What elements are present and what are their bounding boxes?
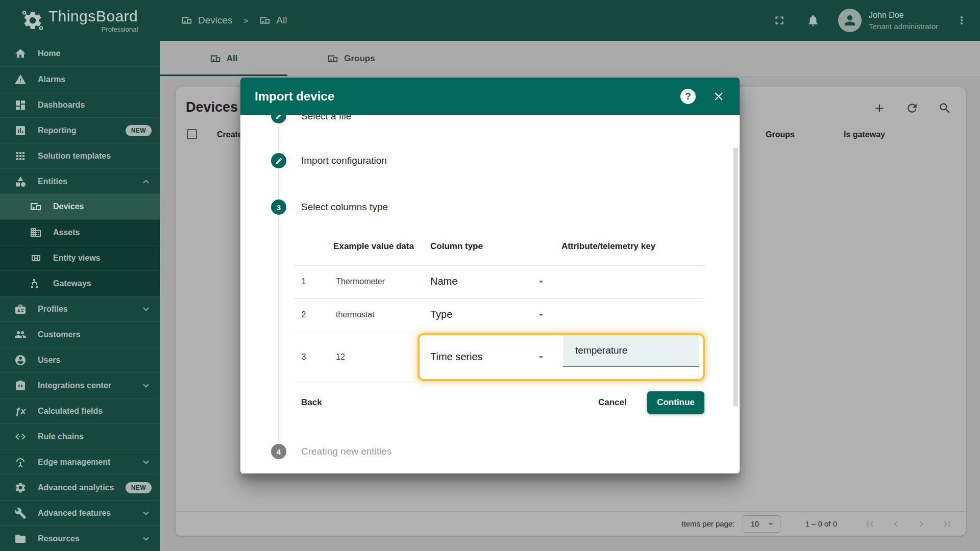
reporting-icon	[14, 124, 27, 137]
dropdown-arrow-icon[interactable]	[535, 352, 547, 363]
sidebar-item-rule-chains[interactable]: Rule chains	[0, 423, 160, 449]
sidebar-item-resources[interactable]: Resources	[0, 525, 160, 551]
resources-icon	[14, 533, 27, 545]
example-value: thermostat	[336, 310, 375, 319]
row-divider	[294, 332, 705, 332]
entities-icon	[14, 176, 27, 188]
chevron-down-icon	[140, 380, 152, 391]
chevron-down-icon	[140, 508, 152, 519]
row-divider	[294, 265, 705, 266]
page-size-select[interactable]: 10	[743, 515, 780, 533]
page-range-label: 1 – 0 of 0	[805, 519, 837, 528]
breadcrumb-devices[interactable]: Devices	[181, 15, 233, 26]
next-page-icon[interactable]	[916, 518, 927, 530]
sidebar-item-advanced-features[interactable]: Advanced features	[0, 500, 160, 525]
chevron-up-icon	[140, 176, 152, 187]
home-icon	[14, 47, 27, 60]
sidebar-item-gateways[interactable]: Gateways	[0, 270, 160, 296]
column-header-column-type: Column type	[430, 241, 483, 252]
sidebar-item-assets[interactable]: Assets	[0, 219, 160, 245]
dropdown-arrow-icon[interactable]	[535, 276, 547, 287]
dropdown-arrow-icon	[766, 519, 776, 529]
sidebar-item-reporting[interactable]: Reporting NEW	[0, 117, 160, 143]
column-header-attribute-key: Attribute/telemetry key	[561, 241, 655, 252]
telemetry-key-input[interactable]	[563, 335, 699, 367]
step4-circle: 4	[271, 444, 286, 459]
add-device-icon[interactable]	[873, 102, 886, 115]
sidebar-item-advanced-analytics[interactable]: Advanced analytics NEW	[0, 474, 160, 500]
users-icon	[14, 354, 27, 366]
column-header-groups[interactable]: Groups	[766, 130, 795, 139]
sidebar-item-entities[interactable]: Entities	[0, 168, 160, 194]
step3-label: Select columns type	[301, 202, 388, 213]
items-per-page-label: Items per page:	[681, 519, 734, 528]
dialog-scrollbar[interactable]	[733, 148, 738, 406]
sidebar-item-integrations-center[interactable]: Integrations center	[0, 372, 160, 398]
edge-management-icon	[14, 456, 27, 468]
tab-all-label: All	[227, 54, 238, 64]
thingsboard-logo[interactable]: ThingsBoard Professional	[0, 0, 160, 41]
assets-icon	[30, 227, 42, 239]
sidebar-item-entity-views[interactable]: Entity views	[0, 245, 160, 270]
sidebar-item-alarms[interactable]: Alarms	[0, 66, 160, 92]
search-icon[interactable]	[938, 102, 951, 115]
user-avatar[interactable]	[838, 9, 862, 32]
select-all-checkbox[interactable]	[187, 129, 197, 139]
tab-all[interactable]: All	[160, 41, 287, 76]
user-name: John Doe	[869, 11, 938, 20]
device-icon	[327, 53, 338, 64]
cancel-button[interactable]: Cancel	[592, 392, 633, 413]
last-page-icon[interactable]	[941, 518, 952, 530]
gear-logo-icon	[22, 10, 43, 31]
sidebar-item-users[interactable]: Users	[0, 347, 160, 372]
sidebar-item-dashboards[interactable]: Dashboards	[0, 92, 160, 117]
help-icon[interactable]: ?	[680, 89, 696, 104]
refresh-icon[interactable]	[905, 102, 919, 115]
logo-title: ThingsBoard	[48, 9, 138, 24]
previous-page-icon[interactable]	[890, 518, 901, 530]
new-badge: NEW	[126, 125, 152, 136]
new-badge: NEW	[126, 482, 152, 493]
breadcrumb-all[interactable]: All	[259, 15, 287, 26]
step4-label: Creating new entities	[301, 446, 391, 457]
dashboards-icon	[14, 99, 27, 111]
sidebar-item-profiles[interactable]: Profiles	[0, 296, 160, 321]
advanced-analytics-icon	[14, 482, 27, 494]
sidebar-item-customers[interactable]: Customers	[0, 321, 160, 347]
device-icon	[259, 15, 271, 26]
stepper-connector	[278, 217, 279, 442]
tab-groups[interactable]: Groups	[287, 41, 415, 76]
rule-chains-icon	[14, 431, 27, 443]
advanced-features-icon	[14, 507, 27, 519]
breadcrumb-devices-label: Devices	[198, 15, 233, 26]
tab-groups-label: Groups	[344, 54, 375, 64]
table-pagination: Items per page: 10 1 – 0 of 0	[176, 511, 966, 536]
notifications-bell-icon[interactable]	[806, 14, 820, 27]
row-divider	[294, 382, 705, 382]
column-type-select-2[interactable]: Type	[430, 309, 452, 320]
more-menu-icon[interactable]	[955, 14, 968, 27]
step2-circle	[271, 153, 286, 168]
sidebar-nav: Home Alarms Dashboards Reporting NEW Sol…	[0, 41, 160, 551]
dialog-body: Select a file Import configuration 3 Sel…	[240, 115, 740, 473]
close-icon[interactable]	[712, 90, 725, 103]
continue-button[interactable]: Continue	[647, 391, 704, 414]
fullscreen-icon[interactable]	[773, 14, 786, 27]
sidebar-item-calculated-fields[interactable]: ƒx Calculated fields	[0, 398, 160, 423]
chevron-down-icon	[140, 533, 152, 544]
user-info[interactable]: John Doe Tenant administrator	[869, 11, 938, 31]
sidebar-item-devices[interactable]: Devices	[0, 194, 160, 219]
column-type-select-3[interactable]: Time series	[430, 351, 483, 363]
column-header-is-gateway[interactable]: Is gateway	[844, 130, 885, 139]
row-index: 1	[302, 277, 306, 286]
back-button[interactable]: Back	[295, 392, 329, 413]
sidebar-item-edge-management[interactable]: Edge management	[0, 449, 160, 474]
dropdown-arrow-icon[interactable]	[535, 309, 547, 320]
entities-submenu: Devices Assets Entity views Gateways	[0, 194, 160, 296]
column-type-select-1[interactable]: Name	[430, 276, 457, 287]
sidebar-item-solution-templates[interactable]: Solution templates	[0, 143, 160, 168]
topbar-actions: John Doe Tenant administrator	[752, 9, 980, 32]
entity-views-icon	[30, 252, 42, 264]
first-page-icon[interactable]	[865, 518, 876, 530]
sidebar-item-home[interactable]: Home	[0, 41, 160, 66]
